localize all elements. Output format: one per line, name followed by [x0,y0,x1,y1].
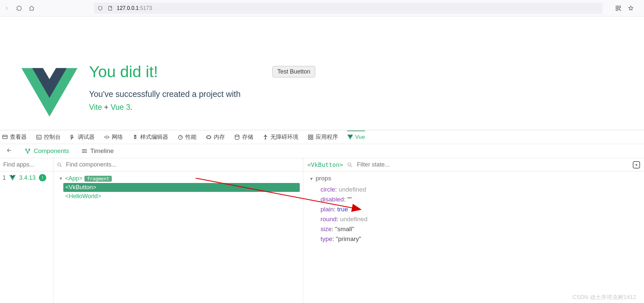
svg-point-16 [27,152,28,153]
prop-row[interactable]: size: "small" [321,224,638,234]
svg-point-15 [29,149,30,150]
back-arrow-icon[interactable] [6,147,13,155]
state-header: <VkButton> [303,158,644,171]
tab-memory[interactable]: 内存 [206,131,225,143]
tree-node-helloworld[interactable]: <HelloWorld> [63,192,300,201]
state-panel: <VkButton> ▼props circle: undefineddisab… [303,158,644,303]
page-title: You did it! [89,63,241,81]
app-row[interactable]: 1 3.4.13 ! [0,171,53,184]
find-apps-row [0,158,53,171]
tab-network[interactable]: 网络 [104,131,123,143]
tab-storage[interactable]: 存储 [234,131,253,143]
selected-component-name: <VkButton> [307,161,343,168]
vue3-link[interactable]: Vue 3 [110,103,130,111]
home-icon[interactable] [28,5,35,12]
props-list: circle: undefineddisabled: ""plain: true… [321,185,638,244]
test-button[interactable]: Test Buetton [272,66,315,77]
svg-rect-7 [207,136,211,138]
caret-down-icon[interactable]: ▼ [59,176,63,181]
toolbar-right [615,5,634,12]
vue-version: 3.4.13 [19,174,36,181]
svg-rect-5 [37,135,41,139]
hero-text: You did it! You've successfully created … [89,63,241,130]
svg-rect-11 [311,135,313,136]
svg-rect-1 [616,6,618,8]
svg-point-17 [58,163,61,166]
devtools-tabs: 查看器 控制台 调试器 网络 样式编辑器 性能 内存 存储 无障碍环境 应用程序… [0,130,644,144]
svg-rect-0 [108,6,111,10]
subtab-components[interactable]: Components [24,147,69,155]
prop-row[interactable]: round: undefined [321,214,638,224]
address-bar[interactable]: 127.0.0.1:5173 [94,3,602,14]
svg-point-20 [636,164,637,166]
svg-rect-4 [3,135,7,139]
component-tree: ▼ <App> fragment <VkButton> <HelloWorld> [53,171,303,203]
filter-state-input[interactable] [357,161,629,168]
find-components-input[interactable] [66,161,300,168]
tab-a11y[interactable]: 无障碍环境 [262,131,298,143]
tab-debugger[interactable]: 调试器 [70,131,95,143]
shield-icon[interactable] [97,5,104,12]
svg-rect-10 [308,135,310,136]
state-body: ▼props circle: undefineddisabled: ""plai… [303,171,644,247]
search-icon [347,162,353,168]
props-section-header[interactable]: ▼props [309,175,638,182]
prop-row[interactable]: circle: undefined [321,185,638,195]
vue-mini-icon [9,175,16,181]
prop-row[interactable]: disabled: "" [321,195,638,204]
tab-inspector[interactable]: 查看器 [2,131,27,143]
fragment-badge: fragment [84,176,112,182]
app-index: 1 [3,174,6,181]
vue-logo-icon [20,63,79,122]
vite-link[interactable]: Vite [89,103,102,111]
svg-point-14 [25,149,26,150]
inspect-icon[interactable] [633,161,640,168]
forward-icon [3,5,10,12]
search-icon [57,162,63,168]
svg-rect-3 [616,9,618,10]
page-viewport: You did it! You've successfully created … [0,16,644,130]
component-tree-panel: ▼ <App> fragment <VkButton> <HelloWorld> [53,158,303,303]
devtools-panels: 1 3.4.13 ! ▼ <App> fragment <VkButton> <… [0,158,644,303]
svg-point-9 [265,135,266,136]
warn-badge-icon: ! [39,174,46,181]
prop-row[interactable]: plain: true [321,204,638,214]
page-icon [107,5,113,12]
tab-perf[interactable]: 性能 [177,131,197,143]
star-icon[interactable] [628,5,634,12]
page-subline: You've successfully created a project wi… [89,89,241,99]
find-components-row [53,158,303,171]
tab-vue[interactable]: Vue [347,131,365,143]
tree-node-vkbutton[interactable]: <VkButton> [63,183,300,192]
svg-rect-13 [311,137,313,139]
svg-rect-12 [308,137,310,139]
subtab-timeline[interactable]: Timeline [81,147,114,155]
reload-icon[interactable] [16,5,22,12]
vue-subtabs: Components Timeline [0,144,644,158]
svg-point-8 [235,135,239,136]
svg-rect-2 [619,6,621,8]
caret-down-icon: ▼ [309,176,314,181]
tab-style[interactable]: 样式编辑器 [132,131,168,143]
tab-apps[interactable]: 应用程序 [308,131,338,143]
tree-node-app[interactable]: ▼ <App> fragment [57,174,300,183]
svg-point-19 [348,163,351,166]
url-text: 127.0.0.1:5173 [117,5,152,11]
prop-row[interactable]: type: "primary" [321,234,638,244]
qr-icon[interactable] [615,5,622,12]
links-row: Vite + Vue 3. [89,103,241,112]
tab-console[interactable]: 控制台 [36,131,61,143]
apps-panel: 1 3.4.13 ! [0,158,53,303]
watermark: CSDN @土井塔克树1412 [572,293,636,301]
browser-toolbar: 127.0.0.1:5173 [0,0,644,16]
